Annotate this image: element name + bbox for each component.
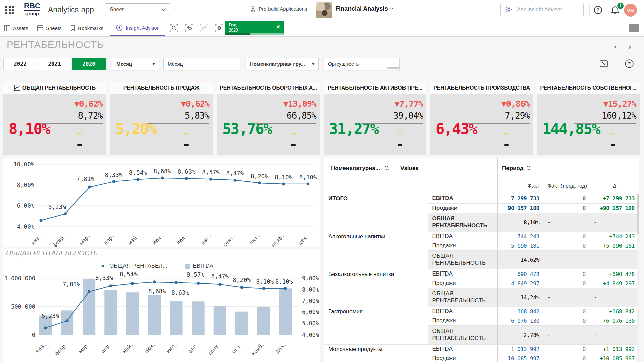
fact-prev-year-column-header[interactable]: Факт (пред. год) — [544, 183, 590, 189]
kpi-card-2[interactable]: РЕНТАБЕЛЬНОСТЬ ОБОРОТНЫХ А...53,76%▼13,0… — [217, 82, 320, 155]
kpi-card-5[interactable]: РЕНТАБЕЛЬНОСТЬ СОБСТВЕННОГ...144,85%▼15,… — [537, 82, 640, 155]
table-row[interactable]: Молочные продуктыEBITDA1 013 9920+1 013 … — [324, 344, 639, 354]
metric-cell[interactable]: Продажи — [428, 354, 497, 362]
kpi-card-0[interactable]: ОБЩАЯ РЕНТАБЕЛЬНОСТЬ8,10%▼0,62%8,72% — [3, 82, 106, 155]
delta-cell[interactable]: +7 299 733 — [590, 194, 639, 203]
assets-tab[interactable]: Assets — [4, 20, 28, 36]
metric-cell[interactable]: ОБЩАЯ РЕНТАБЕЛЬНОСТЬ — [428, 325, 497, 344]
dimension-cell[interactable]: Молочные продукты — [324, 344, 428, 362]
search-icon[interactable] — [526, 165, 532, 171]
export-icon[interactable] — [599, 59, 608, 68]
fact-prev-cell[interactable]: 0 — [544, 307, 590, 316]
kpi-card-4[interactable]: РЕНТАБЕЛЬНОСТЬ ПРОИЗВОДСТВА6,43%▼0,86%7,… — [430, 82, 533, 155]
smart-search-icon[interactable] — [169, 23, 179, 33]
values-column-header[interactable]: Values — [400, 165, 419, 172]
month-listbox[interactable]: Месяц — [163, 58, 240, 70]
delta-cell[interactable]: +690 478 — [590, 269, 639, 279]
metric-cell[interactable]: ОБЩАЯ РЕНТАБЕЛЬНОСТЬ — [428, 213, 497, 232]
metric-cell[interactable]: ОБЩАЯ РЕНТАБЕЛЬНОСТЬ — [428, 250, 497, 269]
profitability-combo-chart[interactable]: ОБЩАЯ РЕНТАБЕЛЬНОСТЬ ОБЩАЯ РЕНТАБЕЛ... E… — [3, 249, 320, 362]
fact-cell[interactable]: 1 013 992 — [497, 344, 544, 354]
fact-cell[interactable]: 14,62% — [497, 250, 544, 269]
step-back-icon[interactable] — [184, 23, 194, 33]
help-icon[interactable]: ? — [594, 6, 602, 14]
fact-cell[interactable]: 690 478 — [497, 269, 544, 279]
prebuild-applications-link[interactable]: Pre-build Applications — [250, 6, 307, 12]
metric-cell[interactable]: Продажи — [428, 279, 497, 288]
fact-prev-cell[interactable]: 0 — [544, 232, 590, 241]
fact-cell[interactable]: 8,10% — [497, 213, 544, 232]
year-button-2022[interactable]: 2022 — [3, 58, 37, 70]
delta-cell[interactable]: +6 076 130 — [590, 316, 639, 325]
bookmarks-tab[interactable]: Bookmarks — [70, 20, 103, 36]
fact-cell[interactable]: 14,24% — [497, 288, 544, 307]
metric-cell[interactable]: EBITDA — [428, 307, 497, 316]
month-dropdown[interactable]: Месяц — [112, 58, 159, 70]
delta-cell[interactable]: +4 849 297 — [590, 279, 639, 288]
year-button-2021[interactable]: 2021 — [38, 58, 71, 70]
delta-cell[interactable]: +1 013 992 — [590, 344, 639, 354]
ask-insight-advisor-box[interactable] — [500, 3, 584, 16]
table-scrollbar[interactable] — [637, 194, 639, 362]
delta-cell[interactable]: +5 090 181 — [590, 241, 639, 250]
table-row[interactable]: Безалкогольные напиткиEBITDA690 4780+690… — [324, 269, 639, 279]
fact-column-header[interactable]: Факт — [497, 183, 539, 189]
dimension-cell[interactable]: ИТОГО — [324, 194, 428, 232]
delta-cell[interactable]: +10 085 997 — [590, 354, 639, 362]
next-sheet-arrow[interactable]: › — [628, 42, 631, 52]
delta-cell[interactable]: +168 842 — [590, 307, 639, 316]
kpi-card-1[interactable]: РЕНТАБЕЛЬНОСТЬ ПРОДАЖ5,20%▼0,62%5,83% — [110, 82, 213, 155]
sheet-selector-dropdown[interactable]: Sheet — [105, 3, 170, 16]
delta-column-header[interactable]: Δ — [590, 183, 639, 189]
metric-cell[interactable]: EBITDA — [428, 344, 497, 354]
fact-prev-cell[interactable]: - — [544, 213, 590, 232]
sheet-grid-icon[interactable] — [629, 24, 639, 32]
delta-cell[interactable]: +90 157 100 — [590, 203, 639, 213]
delta-cell[interactable]: - — [590, 250, 639, 269]
fact-prev-cell[interactable]: - — [544, 288, 590, 307]
fact-cell[interactable]: 90 157 100 — [497, 203, 544, 213]
year-button-2020[interactable]: 2020 — [72, 58, 106, 70]
fact-prev-cell[interactable]: 0 — [544, 269, 590, 279]
metric-cell[interactable]: Продажи — [428, 203, 497, 213]
fact-cell[interactable]: 7 299 733 — [497, 194, 544, 203]
dimension-cell[interactable]: Гастрономия — [324, 307, 428, 344]
fact-prev-cell[interactable]: - — [544, 325, 590, 344]
table-row[interactable]: ГастрономияEBITDA168 8420+168 842 — [324, 307, 639, 316]
org-listbox[interactable]: Оргсущность — [324, 58, 400, 70]
nomenclature-dropdown[interactable]: Номенклатурная гру... — [246, 58, 319, 70]
delta-cell[interactable]: - — [590, 288, 639, 307]
delta-cell[interactable]: - — [590, 213, 639, 232]
fact-prev-cell[interactable]: 0 — [544, 241, 590, 250]
dimension-column-header[interactable]: Номенклатурна... — [331, 165, 380, 172]
dimension-cell[interactable]: Алкогольные напитки — [324, 232, 428, 269]
step-forward-icon[interactable] — [200, 23, 209, 33]
fact-prev-cell[interactable]: 0 — [544, 203, 590, 213]
fact-prev-cell[interactable]: 0 — [544, 194, 590, 203]
user-avatar[interactable]: VB — [624, 4, 637, 17]
table-row[interactable]: ИТОГОEBITDA7 299 7330+7 299 733 — [324, 194, 639, 203]
insight-advisor-tab[interactable]: Insight Advisor — [110, 20, 165, 36]
fact-prev-cell[interactable]: - — [544, 250, 590, 269]
insight-advisor-search-input[interactable] — [516, 6, 575, 13]
chip-close-icon[interactable]: ✕ — [276, 24, 280, 30]
delta-cell[interactable]: +744 243 — [590, 232, 639, 241]
app-launcher-grid-icon[interactable] — [5, 6, 14, 15]
fact-prev-cell[interactable]: 0 — [544, 354, 590, 362]
fact-cell[interactable]: 10 085 997 — [497, 354, 544, 362]
search-icon[interactable] — [384, 165, 390, 171]
metric-cell[interactable]: EBITDA — [428, 269, 497, 279]
selection-chip-year[interactable]: Год 2020 ✕ — [225, 21, 284, 35]
more-options-icon[interactable]: ⋯ — [386, 4, 394, 13]
fact-cell[interactable]: 168 842 — [497, 307, 544, 316]
fact-cell[interactable]: 4 849 297 — [497, 279, 544, 288]
fact-cell[interactable]: 2,78% — [497, 325, 544, 344]
table-row[interactable]: Алкогольные напиткиEBITDA744 2430+744 24… — [324, 232, 639, 241]
scrollbar[interactable] — [387, 67, 399, 69]
period-column-header[interactable]: Период — [502, 165, 523, 172]
sheets-tab[interactable]: Sheets — [37, 20, 62, 36]
metric-cell[interactable]: EBITDA — [428, 232, 497, 241]
kpi-card-3[interactable]: РЕНТАБЕЛЬНОСТЬ АКТИВОВ ПРЕ...31,27%▼7,77… — [324, 82, 426, 155]
help-icon[interactable]: ? — [625, 59, 634, 68]
metric-cell[interactable]: EBITDA — [428, 194, 497, 203]
